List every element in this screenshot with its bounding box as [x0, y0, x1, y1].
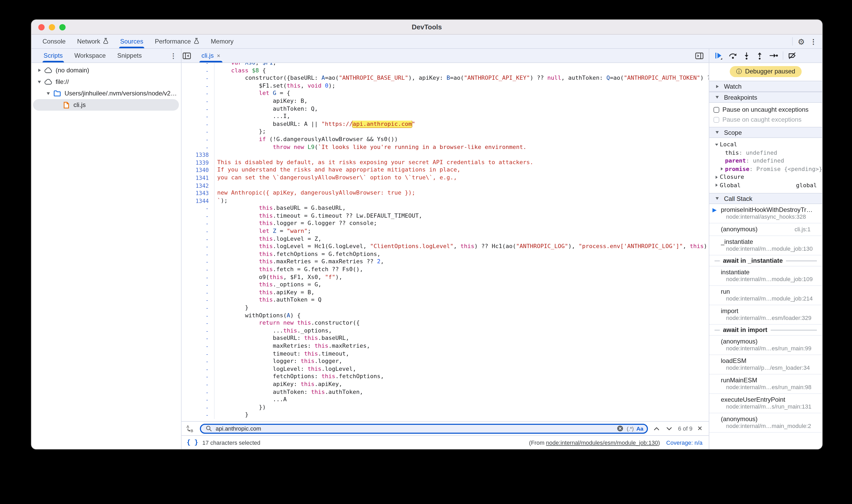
breakpoint-option-pause-on-caught-exceptions[interactable]: Pause on caught exceptions [713, 116, 818, 123]
gutter-line-number[interactable]: - [181, 105, 215, 113]
code-line-text[interactable]: o9(this, $F1, Xs0, "f"), [215, 273, 709, 281]
gutter-line-number[interactable]: 1343 [181, 189, 215, 197]
coverage-link[interactable]: Coverage: n/a [666, 439, 703, 446]
gutter-line-number[interactable]: - [181, 327, 215, 335]
gutter-line-number[interactable]: 1341 [181, 174, 215, 182]
code-line-text[interactable]: timeout: this.timeout, [215, 350, 709, 358]
replace-toggle-icon[interactable]: AB [185, 423, 195, 434]
code-line-text[interactable]: withOptions(A) { [215, 312, 709, 319]
breakpoints-section-header[interactable]: Breakpoints [709, 92, 822, 103]
gutter-line-number[interactable]: - [181, 312, 215, 319]
gutter-line-number[interactable]: - [181, 63, 215, 67]
code-line-text[interactable]: this._options = G, [215, 281, 709, 289]
code-line-text[interactable]: this.baseURL = G.baseURL, [215, 205, 709, 212]
scope-row-closure[interactable]: Closure [709, 173, 822, 181]
code-line-text[interactable]: baseURL: A || "https://api.anthropic.com… [215, 121, 709, 128]
code-line-text[interactable]: throw new L9(`It looks like you're runni… [215, 143, 709, 151]
gutter-line-number[interactable]: - [181, 373, 215, 381]
gutter-line-number[interactable]: - [181, 143, 215, 151]
code-line-text[interactable]: }; [215, 128, 709, 136]
gutter-line-number[interactable]: - [181, 258, 215, 266]
regex-toggle[interactable]: (.*) [627, 426, 634, 431]
expander-right-icon[interactable] [36, 69, 43, 72]
call-stack-frame-anonymous[interactable]: (anonymous)node:internal/m…es/run_main:9… [709, 336, 822, 355]
gutter-line-number[interactable]: - [181, 113, 215, 120]
call-stack-frame-anonymous[interactable]: (anonymous)cli.js:1 [709, 223, 822, 236]
close-window-button[interactable] [38, 24, 45, 30]
collapse-navigator-icon[interactable] [181, 51, 192, 60]
clear-search-icon[interactable] [616, 424, 624, 433]
gutter-line-number[interactable]: 1340 [181, 166, 215, 174]
code-line-text[interactable]: fetchOptions: this.fetchOptions, [215, 373, 709, 381]
call-stack-frame-runmainesm[interactable]: runMainESMnode:internal/m…es/run_main:98 [709, 375, 822, 394]
gutter-line-number[interactable]: - [181, 342, 215, 350]
code-line-text[interactable]: This is disabled by default, as it risks… [215, 159, 709, 166]
gutter-line-number[interactable]: - [181, 136, 215, 143]
gutter-line-number[interactable]: - [181, 296, 215, 304]
previous-match-icon[interactable] [653, 426, 661, 431]
code-line-text[interactable] [215, 182, 709, 189]
code-line-text[interactable]: this.fetch = G.fetch ?? Fs0(), [215, 266, 709, 273]
code-line-text[interactable]: apiKey: B, [215, 97, 709, 105]
code-line-text[interactable]: return new this.constructor({ [215, 319, 709, 327]
scope-row-local[interactable]: Local [709, 141, 822, 149]
code-line-text[interactable]: authToken: this.authToken, [215, 388, 709, 396]
code-line-text[interactable]: class $8 { [215, 67, 709, 74]
navigator-tab-workspace[interactable]: Workspace [69, 49, 111, 62]
close-search-icon[interactable]: ✕ [697, 425, 703, 432]
gutter-line-number[interactable]: 1338 [181, 151, 215, 159]
gutter-line-number[interactable]: - [181, 266, 215, 273]
navigator-tab-scripts[interactable]: Scripts [38, 49, 69, 62]
code-line-text[interactable]: logger: this.logger, [215, 358, 709, 365]
tree-item-cli-js[interactable]: cli.js [32, 99, 181, 111]
scope-row-parent[interactable]: parent: undefined [709, 157, 822, 165]
more-options-icon[interactable]: ⋮ [810, 38, 817, 45]
tree-item-users-jinhuilee-nvm-versions-node-v2[interactable]: Users/jinhuilee/.nvm/versions/node/v2… [32, 88, 181, 99]
code-line-text[interactable]: $F1.set(this, void 0); [215, 82, 709, 90]
watch-section-header[interactable]: Watch [709, 81, 822, 92]
code-line-text[interactable]: this.apiKey = B, [215, 289, 709, 296]
gutter-line-number[interactable]: - [181, 365, 215, 373]
expander-right-icon[interactable] [713, 167, 725, 171]
panel-tab-performance[interactable]: Performance [149, 35, 205, 48]
code-line-text[interactable]: let Z = "warn"; [215, 228, 709, 235]
call-stack-frame-loadesm[interactable]: loadESMnode:internal/p…/esm_loader:34 [709, 355, 822, 375]
step-into-button[interactable] [742, 51, 751, 60]
scope-row-this[interactable]: this: undefined [709, 149, 822, 157]
deactivate-breakpoints-button[interactable] [787, 51, 797, 60]
gutter-line-number[interactable]: - [181, 251, 215, 258]
call-stack-frame-promiseinithookwithdestroytr[interactable]: promiseInitHookWithDestroyTr…node:intern… [709, 204, 822, 223]
code-line-text[interactable]: logLevel: this.logLevel, [215, 365, 709, 373]
panel-tab-console[interactable]: Console [37, 35, 71, 48]
resume-button[interactable] [713, 51, 724, 60]
next-match-icon[interactable] [665, 426, 673, 431]
code-line-text[interactable]: If you understand the risks and have app… [215, 166, 709, 174]
expander-down-icon[interactable] [713, 144, 720, 146]
call-stack-frame-instantiate[interactable]: instantiatenode:internal/m…module_job:10… [709, 266, 822, 286]
code-line-text[interactable]: you can set the \`dangerouslyAllowBrowse… [215, 174, 709, 182]
scope-row-promise[interactable]: promise: Promise {<pending>} [709, 165, 822, 173]
gutter-line-number[interactable]: - [181, 90, 215, 97]
code-line-text[interactable]: this.timeout = G.timeout ?? Lw.DEFAULT_T… [215, 212, 709, 220]
gutter-line-number[interactable]: - [181, 388, 215, 396]
panel-tab-sources[interactable]: Sources [114, 35, 149, 48]
code-line-text[interactable]: maxRetries: this.maxRetries, [215, 342, 709, 350]
step-out-button[interactable] [755, 51, 764, 60]
gutter-line-number[interactable]: - [181, 220, 215, 228]
scope-section-header[interactable]: Scope [709, 127, 822, 138]
settings-gear-icon[interactable]: ⚙ [798, 37, 805, 46]
code-line-text[interactable]: var Xs0, $F1; [215, 63, 709, 67]
source-origin-link[interactable]: node:internal/modules/esm/module_job:130 [546, 439, 658, 446]
gutter-line-number[interactable]: - [181, 396, 215, 403]
step-over-button[interactable] [728, 51, 738, 60]
navigator-tab-snippets[interactable]: Snippets [111, 49, 147, 62]
code-line-text[interactable]: ...I, [215, 113, 709, 120]
tree-item-file[interactable]: file:// [32, 76, 181, 88]
code-line-text[interactable]: } [215, 304, 709, 312]
panel-tab-memory[interactable]: Memory [205, 35, 239, 48]
code-line-text[interactable]: ...A [215, 396, 709, 403]
code-line-text[interactable]: this.logger = G.logger ?? console; [215, 220, 709, 228]
code-line-text[interactable]: new Anthropic({ apiKey, dangerouslyAllow… [215, 189, 709, 197]
gutter-line-number[interactable]: - [181, 289, 215, 296]
gutter-line-number[interactable]: - [181, 403, 215, 411]
